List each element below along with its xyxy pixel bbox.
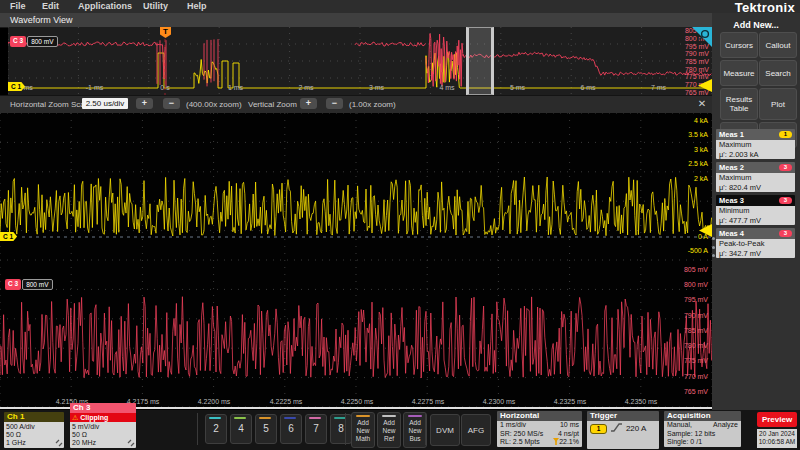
ch3-scale: 800 mV (22, 279, 52, 290)
measure-button[interactable]: Measure (720, 60, 758, 86)
preview-button[interactable]: Preview (757, 412, 797, 427)
ch3-settings-card[interactable]: Ch 3 ⚠ Clipping 5 mV/div 50 Ω 20 MHz (70, 403, 136, 448)
vzoom-plus-button[interactable]: + (300, 98, 317, 109)
dvm-button[interactable]: DVM (430, 414, 460, 446)
ch3-label: C 3 (10, 36, 26, 47)
add-label: Add New Math (352, 419, 374, 443)
overview-ch3-badge[interactable]: C 3 800 mV (10, 36, 58, 47)
main-x-tick: 4.2200 ms (198, 398, 231, 405)
measurement-source-badge: 3 (779, 230, 792, 237)
tab-waveform-view[interactable]: Waveform View (10, 15, 73, 25)
menu-bar: FileEditApplicationsUtilityHelp (0, 0, 800, 13)
measurement-body: Maximumμ': 2.003 kA (716, 140, 795, 159)
trigger-source-badge: 1 (590, 424, 607, 434)
measurement-body: Peak-to-Peakμ': 342.7 mV (716, 239, 795, 258)
trigger-title: Trigger (587, 411, 659, 421)
add-color-strip (382, 415, 396, 417)
add-new-bus-button[interactable]: Add New Bus (403, 412, 427, 448)
measurement-source-badge: 3 (779, 164, 792, 171)
add-label: Add New Ref (378, 419, 400, 443)
measurement-card-2[interactable]: Meas 23Maximumμ': 820.4 mV (716, 162, 795, 192)
main-x-tick: 4.2225 ms (270, 398, 303, 405)
ch1-y-tick: 3 kA (664, 146, 708, 154)
ch1-card-title: Ch 1 (4, 412, 64, 422)
rising-edge-icon (611, 423, 622, 432)
add-color-strip (408, 415, 422, 417)
measurement-card-3[interactable]: Meas 33Minimumμ': 477.7 mV (716, 195, 795, 225)
vzoom-minus-button[interactable]: − (326, 98, 343, 109)
add-new-buttons: Add New MathAdd New RefAdd New Bus (351, 412, 427, 448)
ch3-y-tick: 770 mV (664, 373, 708, 381)
channel-7-button[interactable]: 7 (305, 414, 327, 444)
overview-x-tick: 5 ms (510, 84, 525, 91)
ch3-y-tick: 805 mV (664, 266, 708, 274)
search-button[interactable]: Search (759, 60, 797, 86)
ch3-card-title: Ch 3 (70, 403, 136, 413)
overview-waveforms (8, 27, 712, 95)
main-trigger-level-arrow[interactable] (699, 224, 712, 237)
close-zoom-icon[interactable]: ✕ (696, 98, 708, 110)
ch1-y-tick: 4 kA (664, 117, 708, 125)
results-table-button[interactable]: Results Table (720, 88, 758, 120)
date: 20 Jan 2024 (757, 430, 797, 438)
overview-x-tick: -1 ms (86, 84, 104, 91)
acquisition-title: Acquisition (664, 411, 741, 421)
ch1-y-tick: 2 kA (664, 175, 708, 183)
channel-number: 8 (331, 423, 351, 434)
measurement-card-1[interactable]: Meas 11Maximumμ': 2.003 kA (716, 129, 795, 159)
menu-applications[interactable]: Applications (78, 1, 132, 11)
bottom-bar: Ch 1 500 A/div 50 Ω 1 GHz Ch 3 ⚠ Clippin… (0, 410, 800, 450)
menu-utility[interactable]: Utility (143, 1, 168, 11)
plot-button[interactable]: Plot (759, 88, 797, 120)
menu-file[interactable]: File (10, 1, 26, 11)
channel-number: 7 (306, 423, 326, 434)
overview-trigger-level-arrow[interactable] (698, 79, 712, 92)
measurement-title: Meas 33 (716, 195, 795, 206)
callout-button[interactable]: Callout (759, 32, 797, 58)
channel-5-button[interactable]: 5 (255, 414, 277, 444)
measurement-body: Maximumμ': 820.4 mV (716, 173, 795, 192)
main-waveforms (0, 113, 712, 407)
channel-8-button[interactable]: 8 (330, 414, 352, 444)
ch3-card-rows: 5 mV/div 50 Ω 20 MHz (70, 422, 136, 448)
cursors-button[interactable]: Cursors (720, 32, 758, 58)
channel-6-button[interactable]: 6 (280, 414, 302, 444)
channel-color-strip (209, 417, 221, 419)
acquisition-panel[interactable]: Acquisition Manual,Analyze Sample: 12 bi… (664, 411, 741, 447)
channel-number: 2 (206, 423, 226, 434)
overview-x-tick: 0 s (160, 84, 169, 91)
zoom-magnifier-icon[interactable] (692, 27, 712, 47)
main-plot[interactable]: 4 kA3.5 kA3 kA2.5 kA2 kA0 A-500 A805 mV8… (0, 113, 712, 407)
time: 10:06:58 AM (757, 438, 797, 446)
overview-plot[interactable]: -2 ms-1 ms0 s1 ms2 ms3 ms4 ms5 ms6 ms7 m… (8, 27, 712, 95)
overview-x-tick: 6 ms (580, 84, 595, 91)
zoom-window-selector[interactable] (466, 27, 494, 95)
overview-x-tick: 1 ms (228, 84, 243, 91)
measurement-card-4[interactable]: Meas 43Peak-to-Peakμ': 342.7 mV (716, 228, 795, 258)
channel-4-button[interactable]: 4 (230, 414, 252, 444)
ch1-y-tick: -500 A (664, 247, 708, 255)
ch1-settings-card[interactable]: Ch 1 500 A/div 50 Ω 1 GHz (4, 412, 64, 448)
measurement-title: Meas 43 (716, 228, 795, 239)
hzoom-plus-button[interactable]: + (136, 98, 153, 109)
horizontal-panel[interactable]: Horizontal 1 ms/div10 ms SR: 250 MS/s4 n… (497, 411, 582, 447)
ch3-y-tick: 790 mV (664, 312, 708, 320)
hzoom-minus-button[interactable]: − (163, 98, 180, 109)
ch3-y-tick: 795 mV (664, 296, 708, 304)
add-new-math-button[interactable]: Add New Math (351, 412, 375, 448)
hzoom-scale-value[interactable]: 2.50 us/div (82, 98, 128, 109)
measurement-title: Meas 23 (716, 162, 795, 173)
add-color-strip (356, 415, 370, 417)
trigger-panel[interactable]: Trigger 1 220 A (587, 411, 659, 449)
menu-edit[interactable]: Edit (42, 1, 59, 11)
main-ch3-badge[interactable]: C 3 800 mV (5, 279, 53, 290)
channel-2-button[interactable]: 2 (205, 414, 227, 444)
add-new-heading: Add New... (712, 20, 800, 30)
channel-number: 5 (256, 423, 276, 434)
overview-y-tick: 785 mV (669, 58, 709, 65)
splitter-handle[interactable] (711, 237, 716, 257)
afg-button[interactable]: AFG (461, 414, 491, 446)
add-new-ref-button[interactable]: Add New Ref (377, 412, 401, 448)
ch1-card-rows: 500 A/div 50 Ω 1 GHz (4, 422, 64, 448)
menu-help[interactable]: Help (187, 1, 207, 11)
